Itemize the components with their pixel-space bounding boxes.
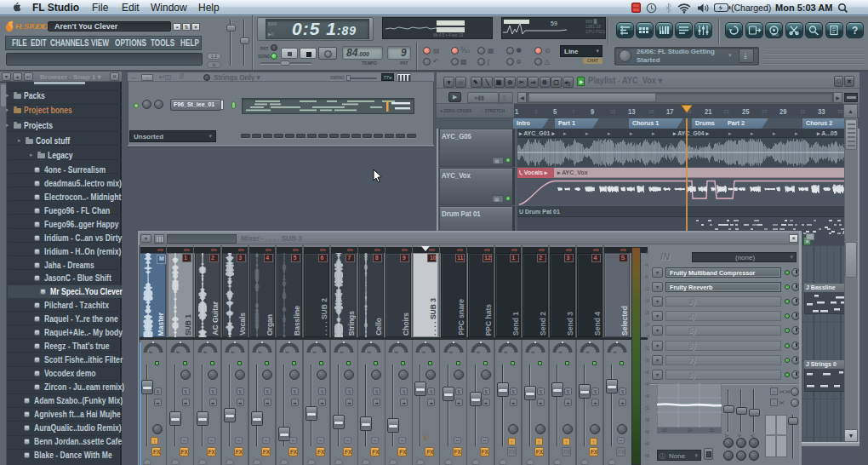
- svg-text:59: 59: [551, 20, 557, 26]
- svg-text:SEQ: SEQ: [772, 32, 779, 37]
- svg-text:?: ?: [852, 25, 858, 37]
- svg-text:Vb 4 5 s 4 tost 19: Vb 4 5 s 4 tost 19: [433, 33, 464, 37]
- svg-text:FL STUDIO: FL STUDIO: [15, 21, 49, 31]
